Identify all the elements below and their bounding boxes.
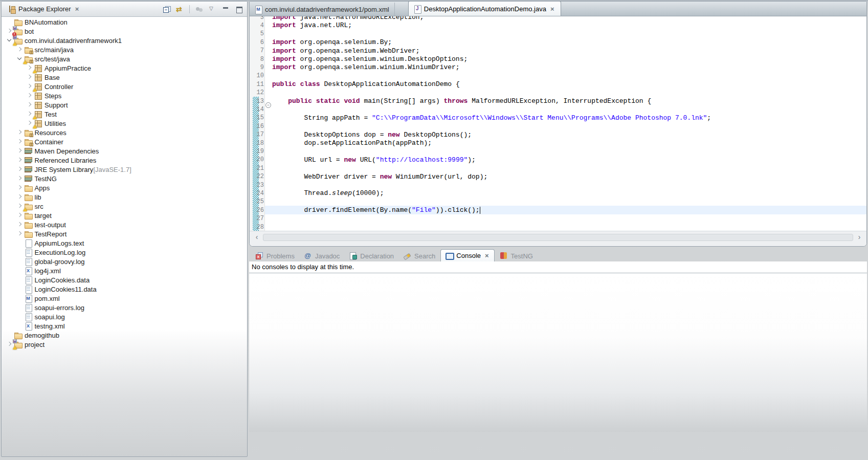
code-line-6[interactable]: 6import org.openqa.selenium.By; [250, 38, 866, 47]
code-line-16[interactable]: 16 [250, 122, 866, 130]
tree-item-testng[interactable]: TestNG [2, 174, 247, 183]
code-line-17[interactable]: 17 DesktopOptions dop = new DesktopOptio… [250, 130, 866, 139]
code-line-10[interactable]: 10 [250, 72, 866, 80]
code-line-15[interactable]: 15 String appPath = "C:\\ProgramData\\Mi… [250, 114, 866, 122]
tree-item-src-test-java[interactable]: src/test/java [2, 54, 247, 63]
package-explorer-toolbar [163, 5, 243, 13]
chevron-right-icon[interactable] [16, 184, 24, 192]
code-line-25[interactable]: 25 [250, 198, 866, 206]
code-line-13[interactable]: 13 public static void main(String[] args… [250, 97, 866, 105]
chevron-right-icon[interactable] [16, 230, 24, 238]
chevron-right-icon[interactable] [16, 211, 24, 220]
console-tab-problems[interactable]: Problems [251, 250, 299, 261]
editor-tab-com-inviul-datadrivenframework1-pom-xml[interactable]: com.inviul.datadrivenframework1/pom.xml [250, 3, 395, 16]
chevron-right-icon[interactable] [16, 156, 24, 164]
code-line-7[interactable]: 7import org.openqa.selenium.WebDriver; [250, 47, 866, 55]
scroll-left-icon[interactable]: ‹ [253, 233, 261, 242]
code-line-22[interactable]: 22 WebDriver driver = new WiniumDriver(u… [250, 172, 866, 181]
tree-item-appiumlogs-text[interactable]: AppiumLogs.text [2, 238, 247, 248]
tree-item-test[interactable]: Test [2, 109, 247, 119]
tree-item-global-groovy-log[interactable]: global-groovy.log [2, 257, 247, 266]
code-line-8[interactable]: 8import org.openqa.selenium.winium.Deskt… [250, 55, 866, 63]
tree-item-test-output[interactable]: test-output [2, 220, 247, 229]
code-editor[interactable]: 3import java.net.MalformedURLException;4… [250, 16, 866, 231]
tree-item-executionlog-log[interactable]: ExecutionLog.log [2, 248, 247, 257]
code-line-19[interactable]: 19 [250, 147, 866, 156]
chevron-right-icon[interactable] [26, 73, 34, 81]
tree-item-referenced-libraries[interactable]: Referenced Libraries [2, 156, 247, 165]
code-line-5[interactable]: 5 [250, 30, 866, 38]
focus-task-icon[interactable] [195, 5, 203, 13]
code-line-26[interactable]: 26 driver.findElement(By.name("File")).c… [250, 206, 866, 214]
code-line-4[interactable]: 4import java.net.URL; [250, 21, 866, 30]
tree-item-src-main-java[interactable]: src/main/java [2, 45, 247, 54]
chevron-right-icon[interactable] [16, 46, 24, 54]
code-line-27[interactable]: 27 [250, 214, 866, 223]
chevron-right-icon[interactable] [26, 101, 34, 109]
tree-item-jre-system-library[interactable]: JRE System Library [JavaSE-1.7] [2, 165, 247, 174]
chevron-right-icon[interactable] [16, 128, 24, 137]
code-line-28[interactable]: 28 [250, 223, 866, 231]
code-line-18[interactable]: 18 dop.setApplicationPath(appPath); [250, 139, 866, 147]
chevron-right-icon[interactable] [16, 221, 24, 229]
tree-item-steps[interactable]: Steps [2, 91, 247, 100]
close-icon[interactable]: × [484, 252, 490, 259]
chevron-right-icon[interactable] [16, 147, 24, 155]
code-line-20[interactable]: 20 URL url = new URL("http://localhost:9… [250, 156, 866, 164]
chevron-right-icon[interactable] [16, 165, 24, 173]
tree-item-lib[interactable]: lib [2, 192, 247, 202]
console-tab-search[interactable]: Search [399, 250, 439, 261]
chevron-right-icon[interactable] [16, 138, 24, 146]
tree-item-bnautomation[interactable]: BNAutomation [2, 17, 247, 27]
scrollbar-thumb[interactable] [263, 234, 853, 241]
tree-item-testreport[interactable]: TestReport [2, 229, 247, 238]
code-line-23[interactable]: 23 [250, 181, 866, 189]
tree-item-apps[interactable]: Apps [2, 183, 247, 192]
tree-item-maven-dependencies[interactable]: Maven Dependencies [2, 146, 247, 156]
scroll-right-icon[interactable]: › [855, 233, 863, 242]
tree-item-base[interactable]: Base [2, 73, 247, 82]
close-icon[interactable]: × [549, 5, 555, 13]
close-icon[interactable]: × [74, 5, 80, 13]
chevron-right-icon[interactable] [16, 193, 24, 201]
link-with-editor-icon[interactable] [176, 5, 184, 13]
tree-item-log4j-xml[interactable]: log4j.xml [2, 266, 247, 275]
chevron-right-icon[interactable] [26, 92, 34, 100]
console-tab-declaration[interactable]: Declaration [345, 250, 398, 261]
code-line-24[interactable]: 24 Thread.sleep(10000); [250, 189, 866, 198]
code-line-21[interactable]: 21 [250, 164, 866, 172]
tree-item-bot[interactable]: M!bot [2, 27, 247, 36]
tree-item-logincookies-data[interactable]: LoginCookies.data [2, 275, 247, 284]
tree-item-soapui-errors-log[interactable]: soapui-errors.log [2, 303, 247, 312]
tree-item-src[interactable]: src [2, 202, 247, 211]
view-menu-icon[interactable] [208, 5, 216, 13]
tree-item-pom-xml[interactable]: pom.xml [2, 294, 247, 303]
package-explorer-tab[interactable]: Package Explorer × [6, 5, 82, 13]
horizontal-scrollbar[interactable]: ‹ › [250, 231, 866, 246]
chevron-right-icon[interactable] [16, 174, 24, 183]
tree-item-soapui-log[interactable]: soapui.log [2, 312, 247, 321]
code-line-12[interactable]: 12 [250, 89, 866, 97]
code-line-9[interactable]: 9import org.openqa.selenium.winium.Winiu… [250, 63, 866, 72]
tree-item-utilities[interactable]: Utilities [2, 119, 247, 128]
tree-item-support[interactable]: Support [2, 100, 247, 109]
console-tab-javadoc[interactable]: Javadoc [300, 250, 344, 261]
minimize-icon[interactable] [221, 5, 230, 13]
editor-tab-desktopapplicationautomationdemo-java[interactable]: DesktopApplicationAutomationDemo.java× [408, 1, 561, 16]
console-tab-testng[interactable]: TestNG [496, 250, 537, 261]
tree-item-appiumpractice[interactable]: AppiumPractice [2, 63, 247, 73]
tree-item-target[interactable]: target [2, 211, 247, 220]
tree-item-resources[interactable]: Resources [2, 128, 247, 137]
code-line-14[interactable]: 14 [250, 105, 866, 114]
maximize-icon[interactable] [235, 5, 243, 13]
tree-item-project[interactable]: Mproject [2, 340, 247, 349]
console-tab-console[interactable]: Console× [440, 249, 494, 261]
tree-item-testng-xml[interactable]: testng.xml [2, 321, 247, 331]
code-line-11[interactable]: 11public class DesktopApplicationAutomat… [250, 80, 866, 89]
tree-item-demogithub[interactable]: demogithub [2, 331, 247, 340]
tree-item-container[interactable]: Container [2, 137, 247, 146]
tree-item-com-inviul-datadrivenframework1[interactable]: Mcom.inviul.datadrivenframework1 [2, 36, 247, 45]
collapse-all-icon[interactable] [163, 5, 171, 13]
tree-item-controller[interactable]: Controller [2, 82, 247, 91]
tree-item-logincookies11-data[interactable]: LoginCookies11.data [2, 284, 247, 294]
